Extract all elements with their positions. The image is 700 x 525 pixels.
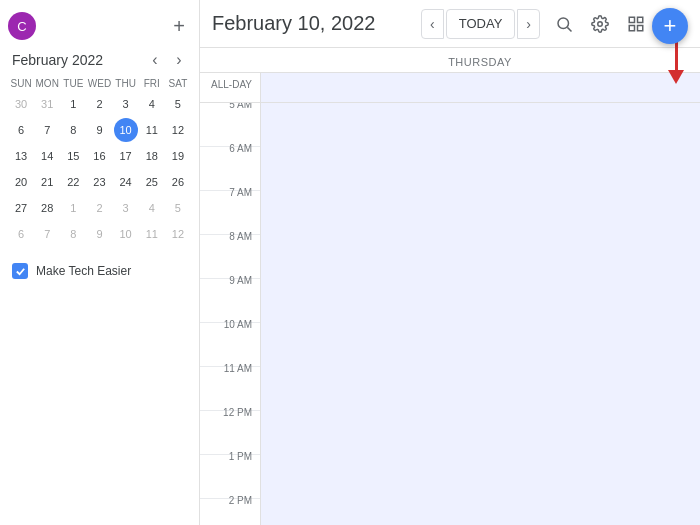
time-column[interactable] xyxy=(260,455,700,499)
time-column[interactable] xyxy=(260,323,700,367)
mini-cal-day[interactable]: 5 xyxy=(166,196,190,220)
allday-label: ALL-DAY xyxy=(200,73,260,102)
sidebar-header: C + xyxy=(0,8,199,48)
mini-cal-day[interactable]: 25 xyxy=(140,170,164,194)
search-icon xyxy=(555,15,573,33)
time-slot-row: 5 AM xyxy=(200,103,700,147)
fab-add-button[interactable]: + xyxy=(652,8,688,44)
mini-cal-day[interactable]: 13 xyxy=(9,144,33,168)
allday-area[interactable] xyxy=(260,73,700,102)
time-grid: 5 AM6 AM7 AM8 AM9 AM10 AM11 AM12 PM1 PM2… xyxy=(200,103,700,525)
mini-cal-day[interactable]: 12 xyxy=(166,118,190,142)
today-button[interactable]: TODAY xyxy=(446,9,516,39)
calendar-checkbox xyxy=(12,263,28,279)
time-column[interactable] xyxy=(260,279,700,323)
mini-cal-day[interactable]: 6 xyxy=(9,222,33,246)
time-column[interactable] xyxy=(260,103,700,147)
mini-cal-day[interactable]: 24 xyxy=(114,170,138,194)
mini-cal-day[interactable]: 19 xyxy=(166,144,190,168)
mini-cal-day[interactable]: 23 xyxy=(87,170,111,194)
mini-calendar-header: February 2022 ‹ › xyxy=(0,48,199,72)
svg-rect-3 xyxy=(629,17,634,22)
mini-cal-day[interactable]: 1 xyxy=(61,92,85,116)
time-slot-row: 11 AM xyxy=(200,367,700,411)
mini-cal-day[interactable]: 18 xyxy=(140,144,164,168)
mini-calendar-title: February 2022 xyxy=(8,52,143,68)
mini-cal-day[interactable]: 12 xyxy=(166,222,190,246)
time-column[interactable] xyxy=(260,147,700,191)
mini-cal-day[interactable]: 17 xyxy=(114,144,138,168)
mini-cal-day-header: WED xyxy=(86,76,112,91)
mini-cal-day[interactable]: 11 xyxy=(140,222,164,246)
mini-cal-day[interactable]: 22 xyxy=(61,170,85,194)
mini-cal-day[interactable]: 21 xyxy=(35,170,59,194)
mini-cal-day[interactable]: 10 xyxy=(114,118,138,142)
sidebar: C + February 2022 ‹ › SUNMONTUEWEDTHUFRI… xyxy=(0,0,200,525)
mini-cal-day[interactable]: 10 xyxy=(114,222,138,246)
topbar-title: February 10, 2022 xyxy=(212,12,413,35)
settings-icon xyxy=(591,15,609,33)
mini-cal-day[interactable]: 27 xyxy=(9,196,33,220)
time-slot-row: 9 AM xyxy=(200,279,700,323)
mini-cal-day[interactable]: 7 xyxy=(35,118,59,142)
mini-cal-day-header: MON xyxy=(34,76,60,91)
mini-cal-day-header: THU xyxy=(113,76,139,91)
time-column[interactable] xyxy=(260,235,700,279)
calendar-list-item[interactable]: Make Tech Easier xyxy=(8,259,191,283)
mini-cal-day[interactable]: 1 xyxy=(61,196,85,220)
topbar: February 10, 2022 ‹ TODAY › xyxy=(200,0,700,48)
svg-rect-4 xyxy=(638,17,643,22)
mini-cal-day[interactable]: 7 xyxy=(35,222,59,246)
time-slot-row: 8 AM xyxy=(200,235,700,279)
time-column[interactable] xyxy=(260,367,700,411)
mini-cal-day[interactable]: 30 xyxy=(9,92,33,116)
calendar-view: THURSDAY ALL-DAY 5 AM6 AM7 AM8 AM9 AM10 … xyxy=(200,48,700,525)
mini-cal-day[interactable]: 31 xyxy=(35,92,59,116)
checkmark-icon xyxy=(15,266,26,277)
time-column[interactable] xyxy=(260,499,700,525)
mini-calendar-grid: SUNMONTUEWEDTHUFRISAT3031123456789101112… xyxy=(8,76,191,247)
mini-cal-day[interactable]: 11 xyxy=(140,118,164,142)
mini-cal-day-header: SAT xyxy=(165,76,191,91)
topbar-prev-button[interactable]: ‹ xyxy=(421,9,444,39)
mini-cal-day[interactable]: 2 xyxy=(87,92,111,116)
mini-cal-day[interactable]: 3 xyxy=(114,196,138,220)
mini-calendar: SUNMONTUEWEDTHUFRISAT3031123456789101112… xyxy=(0,76,199,247)
mini-cal-day[interactable]: 9 xyxy=(87,118,111,142)
mini-cal-day[interactable]: 3 xyxy=(114,92,138,116)
svg-point-0 xyxy=(558,18,569,29)
mini-cal-day[interactable]: 9 xyxy=(87,222,111,246)
topbar-next-button[interactable]: › xyxy=(517,9,540,39)
mini-cal-day[interactable]: 8 xyxy=(61,118,85,142)
mini-cal-day[interactable]: 8 xyxy=(61,222,85,246)
mini-cal-day[interactable]: 5 xyxy=(166,92,190,116)
mini-calendar-prev-button[interactable]: ‹ xyxy=(143,48,167,72)
topbar-nav: ‹ TODAY › xyxy=(421,9,540,39)
day-header: THURSDAY xyxy=(260,48,700,72)
svg-point-2 xyxy=(598,21,603,26)
grid-icon-button[interactable] xyxy=(620,8,652,40)
mini-cal-day-header: SUN xyxy=(8,76,34,91)
settings-icon-button[interactable] xyxy=(584,8,616,40)
mini-cal-day[interactable]: 26 xyxy=(166,170,190,194)
mini-cal-day[interactable]: 15 xyxy=(61,144,85,168)
mini-cal-day[interactable]: 6 xyxy=(9,118,33,142)
allday-row: ALL-DAY xyxy=(200,73,700,103)
mini-cal-day[interactable]: 14 xyxy=(35,144,59,168)
mini-cal-day[interactable]: 28 xyxy=(35,196,59,220)
mini-calendar-next-button[interactable]: › xyxy=(167,48,191,72)
svg-rect-6 xyxy=(638,25,643,30)
time-column[interactable] xyxy=(260,191,700,235)
time-column[interactable] xyxy=(260,411,700,455)
mini-cal-day[interactable]: 20 xyxy=(9,170,33,194)
mini-cal-day[interactable]: 2 xyxy=(87,196,111,220)
time-gutter-header xyxy=(200,48,260,72)
add-event-button[interactable]: + xyxy=(167,14,191,38)
mini-cal-day[interactable]: 4 xyxy=(140,92,164,116)
search-icon-button[interactable] xyxy=(548,8,580,40)
mini-cal-day[interactable]: 16 xyxy=(87,144,111,168)
mini-cal-day[interactable]: 4 xyxy=(140,196,164,220)
time-label: 2 PM xyxy=(200,491,260,525)
grid-icon xyxy=(627,15,645,33)
user-avatar[interactable]: C xyxy=(8,12,36,40)
